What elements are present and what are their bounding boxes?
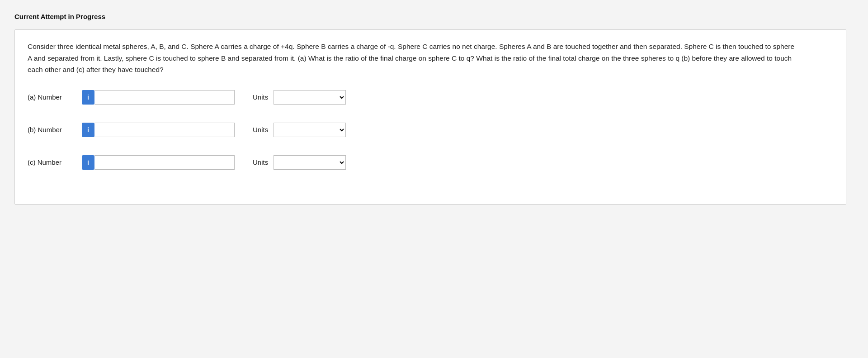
units-label-a: Units: [253, 93, 268, 101]
number-input-c[interactable]: [94, 155, 235, 170]
answer-row-c: (c) Number i Units C No units: [28, 155, 833, 170]
page-container: Current Attempt in Progress Consider thr…: [0, 0, 868, 358]
units-select-b[interactable]: C No units: [274, 123, 346, 137]
number-input-b[interactable]: [94, 123, 235, 137]
units-select-c[interactable]: C No units: [274, 155, 346, 170]
units-label-b: Units: [253, 126, 268, 134]
number-input-a[interactable]: [94, 90, 235, 105]
info-button-b[interactable]: i: [82, 123, 94, 137]
row-b-label: (b) Number: [28, 126, 82, 134]
info-button-a[interactable]: i: [82, 90, 94, 105]
answer-row-a: (a) Number i Units C No units: [28, 90, 833, 105]
attempt-label: Current Attempt in Progress: [14, 13, 854, 20]
units-label-c: Units: [253, 158, 268, 166]
units-select-a[interactable]: C No units: [274, 90, 346, 105]
row-a-label: (a) Number: [28, 93, 82, 101]
answer-row-b: (b) Number i Units C No units: [28, 123, 833, 137]
row-c-label: (c) Number: [28, 158, 82, 166]
info-button-c[interactable]: i: [82, 155, 94, 170]
question-block: Consider three identical metal spheres, …: [14, 29, 846, 205]
question-text: Consider three identical metal spheres, …: [28, 41, 796, 76]
